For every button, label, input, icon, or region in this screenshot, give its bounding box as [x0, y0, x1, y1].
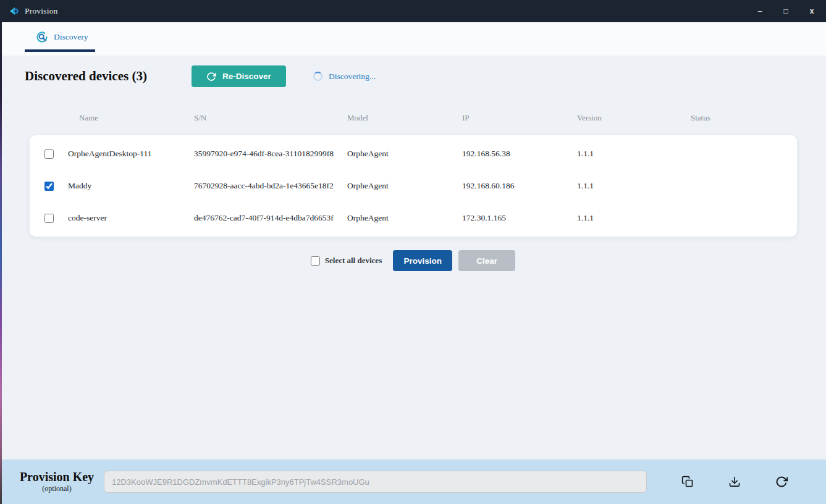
discovery-search-icon	[36, 31, 48, 43]
tab-bar: Discovery	[0, 22, 826, 56]
rediscover-button[interactable]: Re-Discover	[192, 65, 286, 87]
select-all-label: Select all devices	[325, 256, 382, 266]
tab-discovery[interactable]: Discovery	[25, 31, 95, 52]
device-version: 1.1.1	[577, 181, 691, 191]
header-sn: S/N	[194, 113, 347, 123]
header-name: Name	[79, 113, 194, 123]
table-row[interactable]: code-server de476762-cad7-40f7-914d-e4db…	[30, 202, 797, 234]
maximize-button[interactable]: □	[773, 0, 799, 22]
device-name: OrpheAgentDesktop-111	[68, 149, 194, 159]
table-row[interactable]: Maddy 76702928-aacc-4abd-bd2a-1e43665e18…	[30, 170, 797, 202]
heading-row: Discovered devices (3) Re-Discover Disco…	[25, 65, 826, 87]
header-status: Status	[691, 113, 797, 123]
device-ip: 172.30.1.165	[462, 213, 577, 223]
minimize-button[interactable]: –	[747, 0, 773, 22]
page-title: Discovered devices (3)	[25, 69, 147, 84]
provision-key-label: Provision Key	[11, 471, 103, 484]
header-version: Version	[577, 113, 691, 123]
rediscover-button-label: Re-Discover	[222, 72, 271, 81]
device-model: OrpheAgent	[347, 213, 462, 223]
clear-button[interactable]: Clear	[458, 250, 515, 271]
select-all-checkbox[interactable]	[311, 256, 320, 266]
actions-row: Select all devices Provision Clear	[0, 250, 826, 271]
table-row[interactable]: OrpheAgentDesktop-111 35997920-e974-46df…	[30, 138, 797, 170]
main-content: Discovered devices (3) Re-Discover Disco…	[0, 56, 826, 460]
row-checkbox[interactable]	[44, 182, 54, 191]
download-icon[interactable]	[727, 474, 743, 490]
desktop-edge-strip	[0, 0, 2, 504]
header-ip: IP	[462, 113, 577, 123]
footer-icons	[647, 474, 826, 490]
device-name: Maddy	[68, 181, 194, 191]
table-header: Name S/N Model IP Version Status	[30, 113, 797, 123]
provision-key-label-block: Provision Key (optional)	[11, 471, 103, 494]
provision-key-input[interactable]	[104, 471, 647, 493]
device-name: code-server	[68, 213, 194, 223]
device-version: 1.1.1	[577, 149, 691, 159]
row-checkbox[interactable]	[44, 214, 54, 223]
app-logo-icon	[7, 5, 20, 17]
header-model: Model	[347, 113, 462, 123]
device-sn: de476762-cad7-40f7-914d-e4dba7d6653f	[194, 213, 347, 223]
close-button[interactable]: x	[799, 0, 825, 22]
provision-key-bar: Provision Key (optional)	[0, 460, 826, 504]
titlebar: Provision – □ x	[0, 0, 826, 22]
device-sn: 35997920-e974-46df-8cea-3110182999f8	[194, 149, 347, 159]
window-controls: – □ x	[747, 0, 826, 22]
copy-icon[interactable]	[680, 474, 696, 490]
device-version: 1.1.1	[577, 213, 691, 223]
device-ip: 192.168.60.186	[462, 181, 577, 191]
device-ip: 192.168.56.38	[462, 149, 577, 159]
refresh-icon[interactable]	[773, 474, 790, 490]
refresh-icon	[206, 72, 216, 82]
discovering-status: Discovering...	[313, 72, 376, 82]
device-model: OrpheAgent	[347, 149, 462, 159]
row-checkbox[interactable]	[44, 149, 54, 159]
window-title: Provision	[25, 6, 58, 16]
provision-key-sublabel: (optional)	[11, 484, 103, 494]
provision-button[interactable]: Provision	[393, 250, 452, 271]
spinner-icon	[313, 72, 322, 81]
discovering-label: Discovering...	[329, 72, 376, 82]
device-sn: 76702928-aacc-4abd-bd2a-1e43665e18f2	[194, 181, 347, 191]
device-model: OrpheAgent	[347, 181, 462, 191]
header-checkbox-spacer	[30, 113, 79, 123]
devices-card: OrpheAgentDesktop-111 35997920-e974-46df…	[30, 135, 797, 237]
tab-discovery-label: Discovery	[54, 32, 88, 42]
